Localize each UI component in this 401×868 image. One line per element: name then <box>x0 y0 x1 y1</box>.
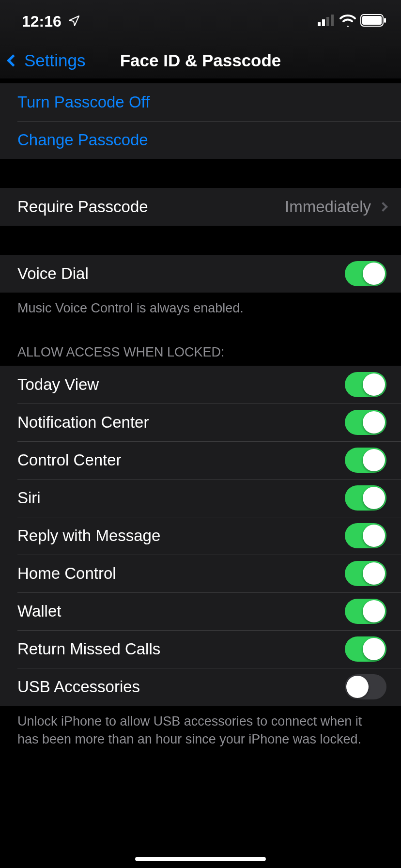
allow-row-reply-with-message: Reply with Message <box>0 517 401 555</box>
status-time: 12:16 <box>22 13 62 31</box>
change-passcode-button[interactable]: Change Passcode <box>0 121 401 159</box>
allow-label: Wallet <box>17 602 61 620</box>
nav-bar: Settings Face ID & Passcode <box>0 43 401 78</box>
allow-row-usb-accessories: USB Accessories <box>0 668 401 706</box>
voice-dial-label: Voice Dial <box>17 264 89 283</box>
status-bar: 12:16 <box>0 0 401 43</box>
back-label: Settings <box>24 51 85 70</box>
wifi-icon <box>339 14 356 29</box>
allow-row-return-missed-calls: Return Missed Calls <box>0 630 401 668</box>
require-passcode-label: Require Passcode <box>17 198 148 216</box>
chevron-left-icon <box>7 54 19 66</box>
usb-footer: Unlock iPhone to allow USB accessories t… <box>0 706 401 760</box>
location-icon <box>68 13 80 31</box>
allow-label: USB Accessories <box>17 678 140 696</box>
allow-access-header: Allow Access When Locked: <box>0 328 401 366</box>
svg-rect-5 <box>362 16 382 25</box>
allow-toggle-return-missed-calls[interactable] <box>345 636 386 662</box>
passcode-actions-group: Turn Passcode Off Change Passcode <box>0 83 401 159</box>
allow-row-wallet: Wallet <box>0 592 401 630</box>
allow-label: Reply with Message <box>17 527 160 545</box>
allow-row-siri: Siri <box>0 479 401 517</box>
allow-toggle-wallet[interactable] <box>345 599 386 624</box>
allow-label: Return Missed Calls <box>17 640 160 658</box>
allow-row-control-center: Control Center <box>0 441 401 479</box>
change-passcode-label: Change Passcode <box>17 131 148 149</box>
allow-toggle-home-control[interactable] <box>345 561 386 586</box>
allow-label: Siri <box>17 489 41 507</box>
allow-row-notification-center: Notification Center <box>0 403 401 441</box>
allow-toggle-siri[interactable] <box>345 485 386 511</box>
allow-row-today-view: Today View <box>0 366 401 403</box>
cellular-icon <box>318 15 335 28</box>
allow-toggle-today-view[interactable] <box>345 372 386 397</box>
svg-rect-0 <box>318 22 321 26</box>
voice-dial-row: Voice Dial <box>0 255 401 293</box>
voice-dial-footer: Music Voice Control is always enabled. <box>0 293 401 328</box>
allow-label: Control Center <box>17 451 122 469</box>
allow-label: Notification Center <box>17 413 149 432</box>
svg-rect-1 <box>322 19 325 26</box>
chevron-right-icon <box>378 202 388 212</box>
battery-icon <box>360 14 387 29</box>
allow-toggle-usb-accessories[interactable] <box>345 674 386 699</box>
svg-rect-3 <box>331 15 334 26</box>
allow-toggle-notification-center[interactable] <box>345 410 386 435</box>
allow-toggle-reply-with-message[interactable] <box>345 523 386 548</box>
svg-rect-2 <box>326 17 329 26</box>
voice-dial-toggle[interactable] <box>345 261 386 286</box>
require-passcode-group: Require Passcode Immediately <box>0 188 401 226</box>
allow-row-home-control: Home Control <box>0 555 401 592</box>
turn-passcode-off-button[interactable]: Turn Passcode Off <box>0 83 401 121</box>
home-indicator[interactable] <box>135 857 266 861</box>
require-passcode-value: Immediately <box>285 198 371 216</box>
turn-passcode-off-label: Turn Passcode Off <box>17 93 150 111</box>
allow-toggle-control-center[interactable] <box>345 448 386 473</box>
back-button[interactable]: Settings <box>0 51 85 70</box>
svg-rect-6 <box>384 18 386 23</box>
allow-label: Today View <box>17 375 99 394</box>
allow-access-group: Today ViewNotification CenterControl Cen… <box>0 366 401 706</box>
require-passcode-row[interactable]: Require Passcode Immediately <box>0 188 401 226</box>
allow-label: Home Control <box>17 564 116 583</box>
voice-dial-group: Voice Dial <box>0 255 401 293</box>
